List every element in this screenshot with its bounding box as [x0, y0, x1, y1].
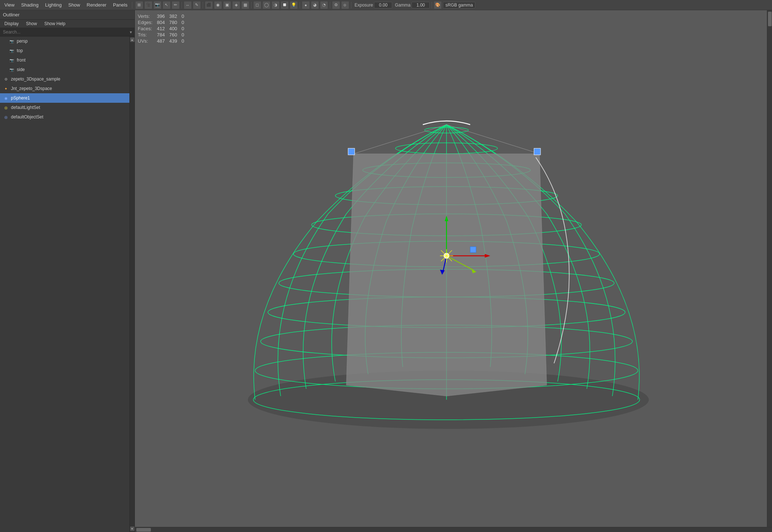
stats-val2-tris: 760	[169, 32, 182, 38]
stats-val3-verts: 0	[182, 13, 188, 19]
icon-transform[interactable]: ⊞	[135, 1, 143, 9]
scene-svg	[135, 10, 772, 527]
icon-flat[interactable]: ▣	[223, 1, 231, 9]
menu-view[interactable]: View	[1, 1, 17, 8]
search-dropdown-btn[interactable]: ▼	[127, 28, 134, 36]
stats-val1-edges: 804	[157, 19, 169, 26]
menu-lighting[interactable]: Lighting	[42, 1, 65, 8]
icon-rig2[interactable]: ⛭	[341, 1, 349, 9]
stats-val1-tris: 784	[157, 32, 169, 38]
icon-shading2[interactable]: ◕	[311, 1, 319, 9]
outliner-search-input[interactable]	[0, 28, 134, 36]
camera-icon-front: 📷	[9, 57, 15, 63]
stats-val3-faces: 0	[182, 26, 188, 32]
menu-panels[interactable]: Panels	[110, 1, 130, 8]
icon-shading1[interactable]: ●	[302, 1, 310, 9]
top-toolbar: View Shading Lighting Show Renderer Pane…	[0, 0, 772, 10]
outliner-title: Outliner	[0, 10, 134, 20]
svg-rect-28	[534, 148, 541, 155]
icon-rig[interactable]: ⚙	[332, 1, 340, 9]
set-icon-defaultobjectset: ◎	[3, 114, 9, 120]
gamma-input[interactable]	[412, 2, 430, 8]
outliner-menu-bar: Display Show Show Help	[0, 20, 134, 28]
icon-wireframe-box[interactable]: ⬛	[205, 1, 213, 9]
joint-icon-jnt: ✦	[3, 86, 9, 91]
icon-camera2[interactable]: 📷	[153, 1, 161, 9]
stats-label-tris: Tris:	[138, 32, 157, 38]
item-label-side: side	[17, 67, 25, 72]
svg-rect-27	[348, 148, 355, 155]
group-icon-zepeto: ⚙	[3, 76, 9, 82]
stats-label-uvs: UVs:	[138, 38, 157, 44]
item-label-top: top	[17, 48, 23, 53]
outliner-menu-display[interactable]: Display	[1, 20, 22, 27]
icon-shading3[interactable]: ◔	[320, 1, 328, 9]
icon-pencil2[interactable]: ✎	[193, 1, 201, 9]
icon-sphere-small[interactable]: ◯	[262, 1, 270, 9]
item-label-jnt: Jnt_zepeto_3Dspace	[11, 86, 52, 91]
stats-val3-edges: 0	[182, 19, 188, 26]
stats-val1-uvs: 487	[157, 38, 169, 44]
outliner-item-zepeto[interactable]: ⚙ zepeto_3Dspace_sample	[0, 74, 129, 84]
stats-val2-edges: 780	[169, 19, 182, 26]
icon-move[interactable]: ↔	[184, 1, 192, 9]
viewport-canvas[interactable]	[135, 10, 772, 527]
outliner-content: 📷 persp 📷 top 📷 front 📷 side ⚙ zep	[0, 36, 134, 532]
scroll-thumb-h[interactable]	[136, 528, 151, 532]
scroll-up-btn[interactable]: ▲	[130, 38, 134, 42]
menu-renderer[interactable]: Renderer	[84, 1, 109, 8]
icon-textured[interactable]: ▦	[241, 1, 249, 9]
icon-uv[interactable]: 🔲	[281, 1, 289, 9]
camera-icon-top: 📷	[9, 48, 15, 54]
stats-row-verts: Verts: 396 382 0	[138, 13, 188, 19]
sphere-icon-psphere1: ◉	[3, 95, 9, 101]
light-icon-defaultlightset: ◎	[3, 105, 9, 110]
item-label-front: front	[17, 58, 26, 63]
colorspace-display: sRGB gamma	[443, 2, 475, 8]
camera-icon-side: 📷	[9, 67, 15, 73]
icon-smooth[interactable]: ◉	[214, 1, 222, 9]
icon-shaded[interactable]: ◈	[232, 1, 240, 9]
gamma-label: Gamma	[395, 3, 410, 8]
scroll-thumb-v[interactable]	[768, 12, 772, 26]
outliner-menu-show[interactable]: Show	[23, 20, 40, 27]
stats-row-edges: Edges: 804 780 0	[138, 19, 188, 26]
icon-camera-view[interactable]: 🎥	[144, 1, 152, 9]
stats-val2-uvs: 439	[169, 38, 182, 44]
outliner-item-top[interactable]: 📷 top	[0, 46, 129, 55]
exposure-label: Exposure	[355, 3, 373, 8]
outliner-item-front[interactable]: 📷 front	[0, 55, 129, 65]
exposure-input[interactable]	[374, 2, 392, 8]
stats-val2-verts: 382	[169, 13, 182, 19]
stats-val1-faces: 412	[157, 26, 169, 32]
stats-row-faces: Faces: 412 400 0	[138, 26, 188, 32]
outliner-item-side[interactable]: 📷 side	[0, 65, 129, 74]
item-label-persp: persp	[17, 39, 28, 44]
menu-shading[interactable]: Shading	[18, 1, 42, 8]
icon-light-bulb[interactable]: 💡	[290, 1, 298, 9]
icon-colorspace[interactable]: 🎨	[434, 1, 442, 9]
stats-val2-faces: 400	[169, 26, 182, 32]
outliner-item-persp[interactable]: 📷 persp	[0, 36, 129, 46]
outliner-item-jnt[interactable]: ✦ Jnt_zepeto_3Dspace	[0, 84, 129, 93]
outliner-scrollbar[interactable]: ▲ ▼	[129, 36, 134, 532]
svg-rect-26	[470, 247, 476, 253]
menu-show[interactable]: Show	[65, 1, 83, 8]
scroll-down-btn[interactable]: ▼	[130, 527, 134, 531]
viewport-scrollbar-h[interactable]	[135, 527, 772, 532]
icon-material[interactable]: ◑	[272, 1, 280, 9]
item-label-defaultlightset: defaultLightSet	[11, 105, 40, 110]
icon-cube[interactable]: ◻	[253, 1, 261, 9]
outliner-item-psphere1[interactable]: ◉ pSphere1	[0, 93, 129, 103]
stats-val1-verts: 396	[157, 13, 169, 19]
icon-paint[interactable]: ✏	[172, 1, 180, 9]
stats-row-tris: Tris: 784 760 0	[138, 32, 188, 38]
main-content: Outliner Display Show Show Help ▼ 📷 pers…	[0, 10, 772, 532]
icon-select[interactable]: ↖	[163, 1, 171, 9]
stats-row-uvs: UVs: 487 439 0	[138, 38, 188, 44]
outliner-item-defaultobjectset[interactable]: ◎ defaultObjectSet	[0, 112, 129, 122]
outliner-menu-help[interactable]: Show Help	[41, 20, 68, 27]
toolbar-icons-group: ⊞ 🎥 📷 ↖ ✏ ↔ ✎ ⬛ ◉ ▣ ◈ ▦ ◻ ◯ ◑ 🔲 💡 ● ◕ ◔ …	[135, 1, 771, 9]
outliner-item-defaultlightset[interactable]: ◎ defaultLightSet	[0, 103, 129, 112]
viewport-scrollbar-v[interactable]	[767, 10, 772, 527]
